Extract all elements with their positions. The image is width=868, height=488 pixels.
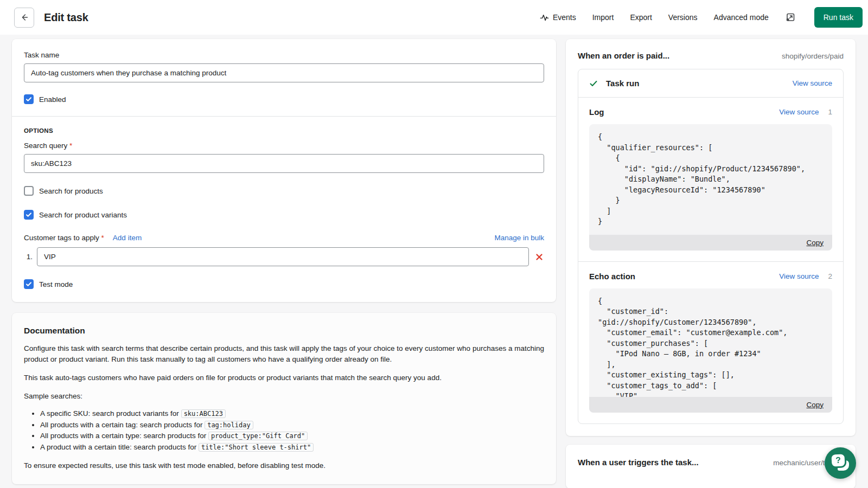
sample-searches-list: A specific SKU: search product variants … xyxy=(40,408,544,453)
order-paid-event-card: When an order is paid... shopify/orders/… xyxy=(566,39,856,436)
divider xyxy=(12,116,556,117)
event-card-header: When an order is paid... shopify/orders/… xyxy=(578,51,844,60)
enabled-checkbox-row[interactable]: Enabled xyxy=(24,94,544,104)
nav-advanced-mode-label: Advanced mode xyxy=(714,13,769,22)
echo-code: { "customer_id": "gid://shopify/Customer… xyxy=(589,288,832,397)
event-topic: shopify/orders/paid xyxy=(782,52,844,60)
expand-icon xyxy=(785,12,796,23)
task-settings-card: Task name Enabled OPTIONS Search query * xyxy=(12,39,556,302)
nav-import[interactable]: Import xyxy=(592,13,614,22)
nav-versions[interactable]: Versions xyxy=(668,13,698,22)
documentation-paragraph: This task auto-tags customers who have p… xyxy=(24,373,544,383)
log-view-source-link[interactable]: View source xyxy=(779,108,819,116)
page-title: Edit task xyxy=(44,11,88,24)
manage-in-bulk-link[interactable]: Manage in bulk xyxy=(494,234,544,242)
log-count: 1 xyxy=(828,108,832,116)
test-mode-row[interactable]: Test mode xyxy=(24,279,544,289)
search-variants-label: Search for product variants xyxy=(39,211,127,219)
options-heading: OPTIONS xyxy=(24,127,544,134)
sample-search-code: sku:ABC123 xyxy=(181,409,226,418)
add-item-link[interactable]: Add item xyxy=(113,234,142,242)
fullscreen-button[interactable] xyxy=(785,12,796,23)
remove-x-icon xyxy=(535,253,543,261)
echo-view-source-link[interactable]: View source xyxy=(779,272,819,280)
run-task-button[interactable]: Run task xyxy=(814,7,863,28)
checkmark-icon xyxy=(25,96,32,102)
echo-heading: Echo action xyxy=(589,272,779,281)
nav-versions-label: Versions xyxy=(668,13,698,22)
search-query-label: Search query * xyxy=(24,142,544,150)
help-chat-button[interactable]: ? xyxy=(825,447,856,479)
top-nav: Events Import Export Versions Advanced m… xyxy=(540,7,863,28)
tag-item-index: 1. xyxy=(24,253,33,261)
nav-advanced-mode[interactable]: Advanced mode xyxy=(714,13,769,22)
event-card-header: When a user triggers the task... mechani… xyxy=(578,458,844,467)
activity-icon xyxy=(540,13,549,22)
documentation-heading: Documentation xyxy=(24,326,544,336)
sample-search-item: A product with a certain title: search p… xyxy=(40,442,544,453)
test-mode-checkbox[interactable] xyxy=(24,279,34,289)
search-variants-row[interactable]: Search for product variants xyxy=(24,210,544,220)
required-asterisk: * xyxy=(69,142,72,150)
nav-import-label: Import xyxy=(592,13,614,22)
right-column: When an order is paid... shopify/orders/… xyxy=(566,39,856,488)
customer-tags-row: Customer tags to apply * Add item Manage… xyxy=(24,234,544,242)
copy-button[interactable]: Copy xyxy=(806,239,824,247)
echo-count: 2 xyxy=(828,272,832,280)
nav-export-label: Export xyxy=(630,13,652,22)
enabled-label: Enabled xyxy=(39,95,66,104)
copy-button[interactable]: Copy xyxy=(806,401,824,409)
arrow-left-icon xyxy=(20,12,29,22)
enabled-checkbox[interactable] xyxy=(24,94,34,104)
search-products-checkbox[interactable] xyxy=(24,186,34,196)
log-section-header: Log View source 1 xyxy=(589,107,832,117)
test-mode-label: Test mode xyxy=(39,280,73,288)
task-run-header: Task run View source xyxy=(578,69,843,97)
required-asterisk: * xyxy=(101,234,104,242)
task-run-card: Task run View source Log View source 1 {… xyxy=(578,69,844,424)
search-query-label-text: Search query xyxy=(24,142,67,150)
documentation-paragraph: To ensure expected results, use this tas… xyxy=(24,460,544,471)
nav-events[interactable]: Events xyxy=(540,13,576,22)
search-query-input[interactable] xyxy=(24,154,544,173)
event-title: When a user triggers the task... xyxy=(578,458,699,467)
task-run-view-source-link[interactable]: View source xyxy=(793,79,832,87)
task-name-input[interactable] xyxy=(24,63,544,82)
sample-search-item: A specific SKU: search product variants … xyxy=(40,408,544,420)
echo-section-header: Echo action View source 2 xyxy=(589,272,832,281)
tag-value-input[interactable] xyxy=(37,247,529,266)
echo-code-block: { "customer_id": "gid://shopify/Customer… xyxy=(589,288,832,413)
remove-tag-button[interactable] xyxy=(534,252,544,262)
documentation-card: Documentation Configure this task with s… xyxy=(12,313,556,484)
echo-action-section: Echo action View source 2 { "customer_id… xyxy=(578,262,843,423)
sample-search-code: tag:holiday xyxy=(205,421,253,429)
search-variants-checkbox[interactable] xyxy=(24,210,34,220)
main-content: Task name Enabled OPTIONS Search query * xyxy=(0,35,868,488)
event-title: When an order is paid... xyxy=(578,51,669,60)
sample-search-text: A product with a certain title: search p… xyxy=(40,443,199,451)
left-column: Task name Enabled OPTIONS Search query * xyxy=(12,39,556,484)
customer-tags-label: Customer tags to apply * xyxy=(24,234,104,242)
nav-events-label: Events xyxy=(553,13,576,22)
copy-bar: Copy xyxy=(589,397,832,413)
back-button[interactable] xyxy=(14,8,34,28)
sample-search-item: All products with a certain tag: search … xyxy=(40,420,544,431)
task-name-label: Task name xyxy=(24,51,544,59)
help-question-icon: ? xyxy=(831,454,845,466)
search-products-row[interactable]: Search for products xyxy=(24,186,544,196)
sample-search-item: All products with a certain type: search… xyxy=(40,431,544,442)
checkmark-icon xyxy=(25,281,32,287)
copy-bar: Copy xyxy=(589,235,832,251)
task-run-title: Task run xyxy=(606,79,784,88)
tag-item-row: 1. xyxy=(24,247,544,266)
log-section: Log View source 1 { "qualifier_resources… xyxy=(578,98,843,261)
customer-tags-label-text: Customer tags to apply xyxy=(24,234,99,242)
search-products-label: Search for products xyxy=(39,187,103,195)
log-code: { "qualifier_resources": [ { "id": "gid:… xyxy=(589,124,832,235)
top-bar: Edit task Events Import Export Versions … xyxy=(0,0,868,35)
sample-search-text: All products with a certain tag: search … xyxy=(40,421,205,429)
user-trigger-event-card: When a user triggers the task... mechani… xyxy=(566,445,856,488)
nav-export[interactable]: Export xyxy=(630,13,652,22)
log-heading: Log xyxy=(589,107,779,117)
sample-searches-label: Sample searches: xyxy=(24,391,544,402)
